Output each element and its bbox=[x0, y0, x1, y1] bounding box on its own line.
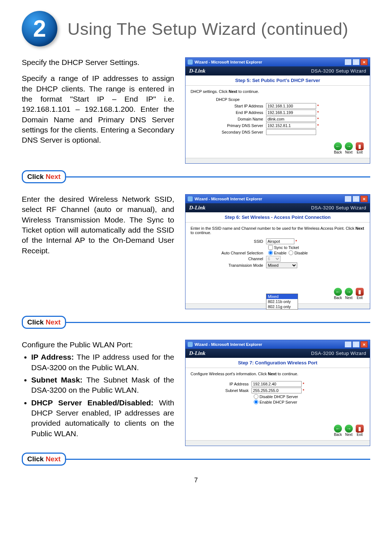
ip-input[interactable] bbox=[252, 381, 302, 387]
page-header: 2 Using The Setup Wizard (continued) bbox=[22, 11, 370, 46]
end-ip-input[interactable] bbox=[266, 110, 316, 115]
disable-dhcp-radio[interactable] bbox=[254, 394, 258, 399]
step-title: Step 5: Set Public Port's DHCP Server bbox=[185, 75, 370, 86]
brand-logo: D-Link bbox=[189, 68, 205, 74]
wizard-subtitle: DSA-3200 Setup Wizard bbox=[311, 68, 366, 74]
tmode-dropdown-open[interactable]: Mixed 802.11b only 802.11g only bbox=[266, 294, 298, 310]
wizard-step7: Wizard - Microsoft Internet Explorer _ □… bbox=[185, 340, 370, 446]
hint-text: Configure Wireless port's information. C… bbox=[191, 372, 365, 376]
window-titlebar: Wizard - Microsoft Internet Explorer _ □… bbox=[185, 58, 370, 66]
required-icon: * bbox=[317, 123, 319, 128]
start-ip-label: Start IP Address bbox=[191, 104, 266, 108]
channel-select[interactable]: 6 bbox=[266, 256, 281, 262]
bullet-ip: IP Address: The IP address used for the … bbox=[31, 352, 174, 373]
click-next-row: Click Next bbox=[22, 453, 370, 466]
autochannel-enable-radio[interactable] bbox=[268, 250, 273, 255]
click-next-pill: Click Next bbox=[22, 316, 66, 329]
ie-icon bbox=[188, 196, 193, 201]
tmode-option-mixed[interactable]: Mixed bbox=[266, 294, 298, 299]
wizard-step5: Wizard - Microsoft Internet Explorer _ □… bbox=[185, 57, 370, 164]
click-next-pill: Click Next bbox=[22, 453, 66, 466]
ip-label: IP Address bbox=[191, 382, 252, 386]
click-next-row: Click Next bbox=[22, 316, 370, 329]
required-icon: * bbox=[303, 388, 304, 393]
bullet-dhcp: DHCP Server Enabled/Disabled: With DHCP … bbox=[31, 398, 174, 439]
autochannel-label: Auto Channel Selection bbox=[191, 251, 266, 255]
tmode-option-11g[interactable]: 802.11g only bbox=[266, 304, 298, 309]
section3-intro: Configure the Public WLAN Port: bbox=[22, 340, 174, 350]
start-ip-input[interactable] bbox=[266, 103, 316, 109]
back-button[interactable]: ←Back bbox=[333, 425, 343, 437]
autochannel-disable-radio[interactable] bbox=[289, 250, 293, 255]
section1-body: Specify a range of IP addresses to assig… bbox=[22, 73, 174, 145]
tmode-label: Transmission Mode bbox=[191, 263, 266, 267]
brand-logo: D-Link bbox=[189, 350, 205, 356]
mask-label: Subnet Mask bbox=[191, 388, 252, 393]
sync-ticket-checkbox[interactable] bbox=[268, 245, 273, 250]
exit-button[interactable]: ▮Exit bbox=[355, 288, 365, 300]
maximize-button[interactable]: □ bbox=[352, 196, 360, 202]
sdns-input[interactable] bbox=[266, 129, 316, 135]
next-button[interactable]: →Next bbox=[344, 288, 354, 300]
window-title: Wizard - Microsoft Internet Explorer bbox=[195, 60, 262, 64]
mask-input[interactable] bbox=[252, 388, 302, 393]
exit-button[interactable]: ▮Exit bbox=[355, 142, 365, 154]
step-title: Step 7: Configuration Wireless Port bbox=[185, 358, 370, 368]
next-button[interactable]: →Next bbox=[344, 142, 354, 154]
bullet-list: IP Address: The IP address used for the … bbox=[22, 352, 174, 439]
window-title: Wizard - Microsoft Internet Explorer bbox=[195, 342, 262, 347]
disable-dhcp-label: Disable DHCP Server bbox=[260, 394, 298, 399]
domain-input[interactable] bbox=[266, 116, 316, 122]
brand-bar: D-Link DSA-3200 Setup Wizard bbox=[185, 66, 370, 75]
minimize-button[interactable]: _ bbox=[344, 196, 352, 202]
maximize-button[interactable]: □ bbox=[352, 59, 360, 65]
required-icon: * bbox=[317, 117, 319, 121]
sync-ticket-label: Sync to Ticket bbox=[274, 245, 299, 250]
tmode-option-11b[interactable]: 802.11b only bbox=[266, 299, 298, 304]
end-ip-label: End IP Address bbox=[191, 110, 266, 115]
brand-bar: D-Link DSA-3200 Setup Wizard bbox=[185, 349, 370, 358]
exit-button[interactable]: ▮Exit bbox=[355, 425, 365, 437]
next-button[interactable]: →Next bbox=[344, 425, 354, 437]
tmode-select[interactable]: Mixed bbox=[266, 262, 297, 268]
section3-text: Configure the Public WLAN Port: IP Addre… bbox=[22, 340, 174, 446]
required-icon: * bbox=[317, 110, 319, 115]
enable-dhcp-radio[interactable] bbox=[254, 400, 258, 404]
click-next-pill: Click Next bbox=[22, 170, 66, 183]
sdns-label: Secondary DNS Server bbox=[191, 130, 266, 134]
minimize-button[interactable]: _ bbox=[344, 341, 352, 348]
page-title: Using The Setup Wizard (continued) bbox=[68, 19, 348, 39]
maximize-button[interactable]: □ bbox=[352, 341, 360, 348]
minimize-button[interactable]: _ bbox=[344, 59, 352, 65]
required-icon: * bbox=[303, 382, 304, 386]
close-button[interactable]: ✕ bbox=[360, 341, 368, 348]
pdns-input[interactable] bbox=[266, 123, 316, 128]
required-icon: * bbox=[295, 239, 297, 244]
disable-label: Disable bbox=[294, 251, 308, 255]
wizard-subtitle: DSA-3200 Setup Wizard bbox=[311, 351, 366, 356]
click-next-row: Click Next bbox=[22, 170, 370, 183]
back-button[interactable]: ←Back bbox=[333, 142, 343, 154]
page-number: 7 bbox=[22, 477, 370, 484]
hint-text: DHCP settings. Click Next to continue. bbox=[191, 89, 365, 94]
brand-bar: D-Link DSA-3200 Setup Wizard bbox=[185, 203, 370, 212]
ie-icon bbox=[188, 342, 193, 347]
back-button[interactable]: ←Back bbox=[333, 288, 343, 300]
close-button[interactable]: ✕ bbox=[360, 59, 368, 65]
status-bar bbox=[185, 158, 370, 163]
step-badge: 2 bbox=[22, 11, 57, 46]
bullet-mask: Subnet Mask: The Subnet Mask of the DSA-… bbox=[31, 375, 174, 396]
hint-text: Enter in the SSID name and Channel numbe… bbox=[191, 226, 365, 235]
enable-dhcp-label: Enable DHCP Server bbox=[260, 400, 297, 404]
pdns-label: Primary DNS Server bbox=[191, 123, 266, 128]
step-title: Step 6: Set Wireless - Access Point Conn… bbox=[185, 212, 370, 222]
close-button[interactable]: ✕ bbox=[360, 196, 368, 202]
ssid-input[interactable] bbox=[266, 238, 294, 244]
status-bar bbox=[185, 440, 370, 446]
section2-body: Enter the desired Wireless Network SSID,… bbox=[22, 194, 174, 256]
ie-icon bbox=[188, 60, 193, 65]
enable-label: Enable bbox=[274, 251, 286, 255]
domain-label: Domain Name bbox=[191, 117, 266, 121]
wizard-subtitle: DSA-3200 Setup Wizard bbox=[311, 205, 366, 210]
window-title: Wizard - Microsoft Internet Explorer bbox=[195, 197, 262, 201]
